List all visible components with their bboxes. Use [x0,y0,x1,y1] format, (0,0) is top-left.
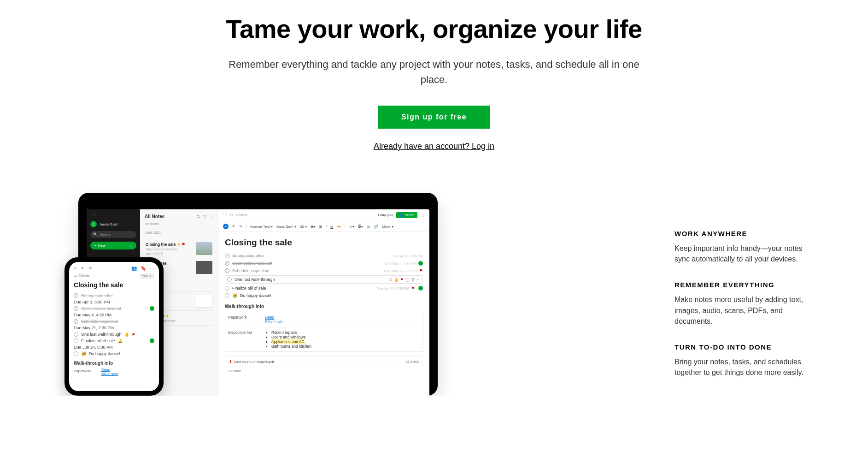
tag-icon[interactable]: 🔖 [141,266,146,271]
user-name: Jamie Gold [99,222,117,226]
feature-body: Make notes more useful by adding text, i… [674,294,803,326]
new-button[interactable]: +New⌄ [90,242,136,249]
redo-icon[interactable]: ↷ [88,266,92,271]
font-family[interactable]: Sans Serif ▾ [276,225,296,229]
note-list-item[interactable]: Closing the sale ★ ⚑Open escrow accounta… [145,239,213,258]
assignee-avatar [418,286,423,291]
task-row[interactable]: 🥳Do happy dance! [225,292,423,299]
search-input[interactable]: 🔍Search [90,231,136,238]
notebook-icon: ▭ [229,213,233,217]
sort-icon[interactable]: ⇅ [197,214,200,219]
link[interactable]: Bill of sale [101,372,118,376]
undo-icon[interactable]: ↶ [81,266,85,271]
bold-icon[interactable]: B [319,225,322,229]
user-avatar[interactable]: J [90,221,97,227]
note-title[interactable]: Closing the sale [225,237,423,248]
hero-subtitle: Remember everything and tackle any proje… [222,57,646,87]
numbered-list-icon[interactable]: ≣▾ [358,225,363,229]
font-size[interactable]: 30 ▾ [300,225,307,229]
pdf-icon: ⬇ [229,360,232,364]
person-icon[interactable]: ◯ [405,278,410,282]
underline-icon[interactable]: U [330,225,333,229]
feature-title: TURN TO-DO INTO DONE [674,343,803,351]
task-row[interactable]: 🥳Do happy dance! [74,350,154,357]
bell-icon: 🔔 [124,332,129,337]
breadcrumb[interactable]: Clients [78,273,89,278]
note-list-header: All Notes [145,214,164,219]
attachment[interactable]: ⬇Last round of repairs.pdf13.2 MB [225,356,423,367]
note-thumbnail [196,295,212,308]
expand-icon[interactable]: ⛶ [223,213,227,217]
note-thumbnail [196,242,212,255]
undo-icon[interactable]: ↶ [232,225,235,229]
feature-item: REMEMBER EVERYTHING Make notes more usef… [674,281,803,326]
trash-icon[interactable]: 🗑 [411,278,415,282]
more-icon[interactable]: ⋯ [150,266,154,271]
note-title[interactable]: Closing the sale [74,281,154,289]
signup-button[interactable]: Sign up for free [378,106,490,129]
notebook-icon: ▭ [74,273,77,278]
search-icon: 🔍 [93,232,98,237]
login-link[interactable]: Already have an account? Log in [176,142,692,151]
checklist-icon[interactable]: ☑ [367,225,370,229]
feature-body: Keep important info handy—your notes syn… [674,243,803,264]
task-row[interactable]: Open escrow account [74,305,154,312]
paragraph-style[interactable]: Normal Text ▾ [250,225,273,229]
filter-icon[interactable]: ▽ [203,214,206,219]
forward-icon[interactable]: › [94,213,96,217]
check-icon[interactable]: ✓ [74,266,77,271]
feature-body: Bring your notes, tasks, and schedules t… [674,356,803,378]
share-button[interactable]: 👤 Share [396,212,417,218]
share-icon[interactable]: 👥 [131,266,137,271]
section-heading: Walk-through info [74,361,154,366]
feature-item: WORK ANYWHERE Keep important info handy—… [674,230,803,264]
person-icon: 👤 [399,213,404,217]
breadcrumb[interactable]: Clients [236,213,247,217]
task-row[interactable]: Open escrow accountDue May 4, 4:30 PM [225,260,423,267]
task-row[interactable]: One last walk-through 🔔 ⚑ [74,331,154,338]
flag-icon: ⚑ [411,286,415,291]
task-row[interactable]: Finalize bill of sale 🔔 [74,338,154,344]
link[interactable]: Bill of sale [265,320,420,324]
flag-icon: ⚑ [132,332,135,337]
editor-toolbar: + ↶↷ Normal Text ▾ Sans Serif ▾ 30 ▾ ◉▾ … [218,221,429,232]
note-editor: ⛶▭Clients Only you👤 Share⋮ + ↶↷ Normal T… [218,209,429,396]
task-row[interactable]: Renegotiate offerDue Apr 3, 5:30 PM [225,252,423,260]
highlight-icon[interactable]: A▾ [337,225,341,229]
view-icon[interactable]: ⋮ [209,214,213,219]
back-icon[interactable]: ‹ [90,213,92,217]
plus-icon: + [94,243,96,248]
features-list: WORK ANYWHERE Keep important info handy—… [674,193,803,394]
note-count: 86 notes [145,222,213,226]
italic-icon[interactable]: I [326,225,327,229]
task-row[interactable]: Schedule inspection [74,318,154,325]
insert-button[interactable]: + [223,224,229,229]
task-row[interactable]: Finalize bill of saleDue Jun 24, 5:30 PM… [225,285,423,292]
task-row[interactable]: Renegotiate offer [74,292,154,299]
note-thumbnail [196,261,212,274]
calendar-icon[interactable]: ☷ [389,278,392,282]
more-icon[interactable]: ⋯ [417,278,421,282]
toolbar-more[interactable]: More ▾ [382,225,393,229]
assignee-avatar [418,261,423,266]
link[interactable]: Deed [265,315,420,320]
more-icon[interactable]: ⋮ [421,213,425,217]
hero-title: Tame your work, organize your life [176,14,692,44]
phone-frame: ✓↶↷ 👥🔖⋯ ▭ ClientsYuki T. Closing the sal… [65,257,164,396]
task-row-active[interactable]: One last walk-through☷🔔⚑◯🗑⋯ [225,275,423,284]
task-row[interactable]: Schedule inspectionDue May 21, 2:30 PM⚑ [225,267,423,274]
feature-title: REMEMBER EVERYTHING [674,281,803,289]
info-table: PaperworkDeedBill of sale Inspection lis… [225,312,423,352]
flag-icon[interactable]: ⚑ [400,278,404,282]
attachment-caption: Outside [225,367,423,375]
redo-icon[interactable]: ↷ [239,225,242,229]
device-showcase: ‹› J Jamie Gold 🔍Search +New⌄ All Notes … [65,193,638,396]
bullet-list-icon[interactable]: ≔▾ [349,225,354,229]
assignee-pill[interactable]: Yuki T. [140,273,154,279]
bell-icon[interactable]: 🔔 [394,278,399,282]
text-color-icon[interactable]: ◉▾ [311,225,316,229]
link[interactable]: Deed [101,368,110,372]
chevron-down-icon: ⌄ [129,243,133,248]
flag-icon: ⚑ [419,268,423,273]
link-icon[interactable]: 🔗 [374,225,378,229]
